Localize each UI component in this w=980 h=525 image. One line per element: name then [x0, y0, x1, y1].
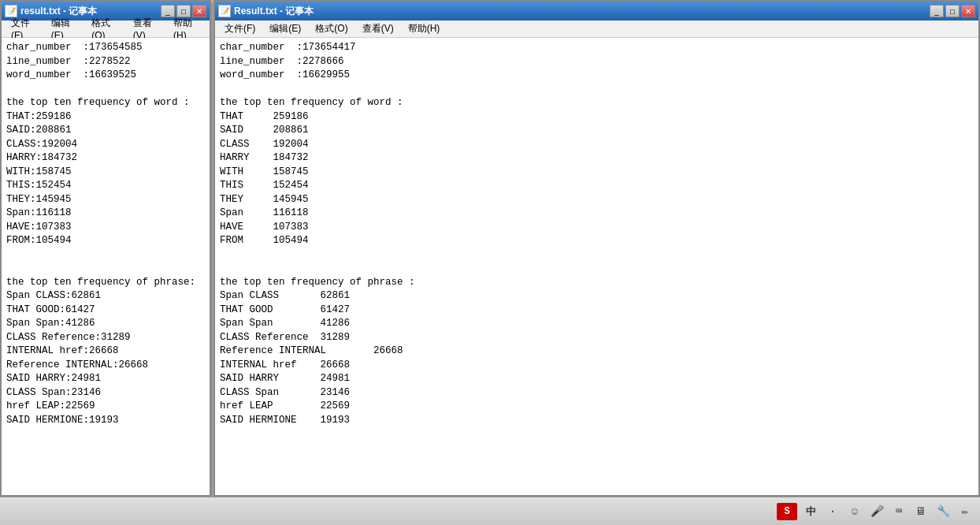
settings-icon[interactable]: 🔧	[934, 503, 952, 520]
right-window-icon: 📝	[218, 5, 231, 17]
ime-punctuation-icon[interactable]: ·	[824, 503, 841, 520]
right-menu-bar: 文件(F) 编辑(E) 格式(O) 查看(V) 帮助(H)	[215, 20, 978, 38]
taskbar-system-tray: S 中 · ☺ 🎤 ⌨ 🖥 🔧 ✏	[777, 503, 974, 520]
right-menu-edit[interactable]: 编辑(E)	[263, 20, 307, 37]
right-close-button[interactable]: ✕	[961, 5, 975, 17]
right-window-controls: _ □ ✕	[930, 5, 975, 17]
ime-smiley-icon[interactable]: ☺	[846, 503, 863, 520]
right-menu-file[interactable]: 文件(F)	[218, 20, 262, 37]
right-menu-format[interactable]: 格式(O)	[309, 20, 354, 37]
sogou-icon[interactable]: S	[777, 503, 797, 520]
network-icon[interactable]: 🖥	[912, 503, 930, 520]
right-title-bar: 📝 Result.txt - 记事本 _ □ ✕	[215, 2, 978, 20]
right-content-area[interactable]: char_number :173654417 line_number :2278…	[215, 38, 978, 495]
left-menu-bar: 文件(F) 编辑(E) 格式(O) 查看(V) 帮助(H)	[2, 20, 210, 38]
left-notepad-window: 📝 result.txt - 记事本 _ □ ✕ 文件(F) 编辑(E) 格式(…	[0, 0, 211, 497]
right-menu-help[interactable]: 帮助(H)	[402, 20, 447, 37]
ime-voice-icon[interactable]: 🎤	[868, 503, 885, 520]
taskbar: S 中 · ☺ 🎤 ⌨ 🖥 🔧 ✏	[0, 497, 980, 525]
pen-icon[interactable]: ✏	[956, 503, 974, 520]
right-maximize-button[interactable]: □	[945, 5, 960, 17]
right-minimize-button[interactable]: _	[930, 5, 944, 17]
ime-keyboard-icon[interactable]: ⌨	[890, 503, 908, 520]
right-menu-view[interactable]: 查看(V)	[356, 20, 400, 37]
right-window-title: Result.txt - 记事本	[234, 5, 926, 18]
left-content-area[interactable]: char_number :173654585 line_number :2278…	[2, 38, 210, 495]
ime-cn-icon[interactable]: 中	[802, 503, 819, 520]
right-notepad-window: 📝 Result.txt - 记事本 _ □ ✕ 文件(F) 编辑(E) 格式(…	[213, 0, 980, 497]
